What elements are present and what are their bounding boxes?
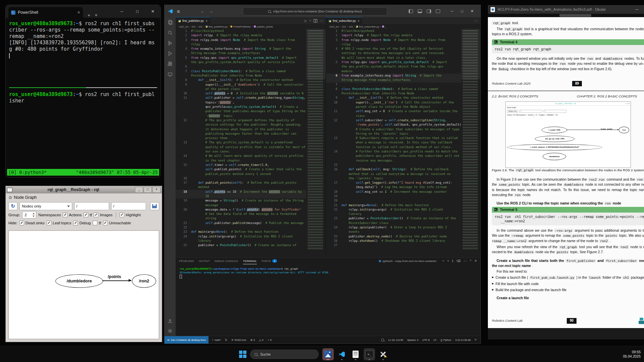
code-line[interactable]: 3from rclpy.node import Node # Import th… (176, 38, 306, 47)
minimap-slider[interactable] (306, 29, 326, 79)
menu-icon[interactable]: ≡ (177, 8, 180, 14)
code-line[interactable]: 7 (326, 83, 461, 87)
tab-first-subscriber[interactable]: first_subscriber.py ✕ (326, 17, 363, 25)
graph-node-ron2[interactable]: /ron2 (132, 274, 156, 288)
chevron-down-icon[interactable]: ˅ (310, 19, 311, 22)
new-tab-button[interactable]: + (88, 13, 90, 18)
more-actions-icon[interactable]: ⋯ (474, 19, 477, 22)
close-button[interactable]: ✕ (467, 9, 477, 13)
code-line[interactable]: 26rclpy.shutdown() # Shutdown the ROS 2 … (326, 239, 461, 243)
remote-explorer-icon[interactable] (168, 72, 173, 77)
tab-dropdown-icon[interactable]: ˅ (95, 13, 98, 18)
breadcrumb-item[interactable]: _ (385, 25, 386, 28)
code-line[interactable]: 13# The qos_profile_system_default is a … (176, 140, 306, 154)
checkbox-box[interactable]: ✓ (94, 213, 98, 217)
status-item-cast[interactable]: ⌁5 (268, 338, 272, 342)
panel-tab-terminal[interactable]: TERMINAL (243, 258, 257, 264)
status-item[interactable]: {}Python (441, 338, 451, 342)
breadcrumb-item[interactable]: first_publisher.py (209, 25, 227, 28)
minimize-button[interactable]: _ (135, 187, 143, 193)
status-item[interactable]: Spaces: 4 (407, 338, 418, 342)
code-editor-publisher[interactable]: 1#!/usr/bin/python32import rclpy # Impor… (176, 29, 306, 257)
status-item-warn[interactable]: △0 (259, 338, 263, 342)
taskbar-app-vscode[interactable] (336, 348, 348, 360)
filter-input-1[interactable]: / (74, 202, 109, 210)
taskbar-app-tools[interactable] (377, 348, 389, 360)
maximize-button[interactable]: □ (130, 5, 145, 18)
breadcrumb-item[interactable]: ch1 (342, 25, 346, 28)
checkbox-box[interactable]: ✓ (47, 221, 51, 225)
code-line[interactable]: 21self.publisher.publish(message) # Publ… (176, 221, 306, 225)
save-button[interactable] (150, 202, 159, 210)
breadcrumb[interactable]: ros2_src›ch1›ch1›first_publisher.py›Poin… (176, 24, 326, 29)
code-line[interactable]: 10self.points = 0 # Initialize the point… (176, 91, 306, 96)
minimize-button[interactable]: ─ (114, 5, 130, 18)
group-spinner[interactable]: 2 (22, 211, 36, 219)
code-line[interactable]: 3from rclpy.node import Node # Import th… (326, 38, 461, 47)
vscode-titlebar[interactable]: ≡ ← → rclpy-from-zero-to-hero-container … (165, 5, 480, 17)
rqt-titlebar[interactable]: rqt_graph__RosGraph - rqt _ □ × (6, 186, 162, 193)
breadcrumb-item[interactable]: ch1 (198, 25, 202, 28)
code-line[interactable]: 14# We will learn more about quality of … (176, 154, 306, 163)
code-line[interactable]: 6 (176, 64, 306, 69)
start-button[interactable] (239, 351, 246, 358)
code-line[interactable]: 6from example_interfaces.msg import Stri… (326, 74, 461, 83)
command-center-search[interactable]: rclpy-from-zero-to-hero-container [Dev C… (243, 7, 387, 15)
taskbar-app-terminal[interactable]: >_ (364, 348, 375, 360)
code-line[interactable]: 8def __init__(self): # Define the constr… (176, 78, 306, 82)
pdf-page[interactable]: rqt_graph tool. The rqt_graph tool is a … (488, 17, 644, 328)
code-line[interactable]: 24rclpy.init(args=args) # Initialize the… (176, 234, 306, 243)
status-item[interactable]: UTF-8 (422, 338, 429, 342)
code-editor-subscriber[interactable]: 1#!/usr/bin/python32import rclpy # Impor… (326, 29, 461, 257)
code-line[interactable]: 4from example_interfaces.msg import Stri… (176, 47, 306, 56)
panel-tab-output[interactable]: OUTPUT (199, 258, 210, 264)
code-line[interactable]: 23def main(args=None): # Define the main… (176, 230, 306, 234)
checkbox-tf[interactable]: tf (93, 221, 101, 225)
chevron-down-icon[interactable]: ˅ (447, 259, 449, 263)
powershell-terminal[interactable]: ros_user@480a389d9673:~$ ros2 run ch1 fi… (6, 18, 160, 178)
code-line[interactable]: 9def __init__(self): # Define the constr… (326, 96, 461, 100)
code-line[interactable]: 1#!/usr/bin/python3 (176, 29, 306, 33)
source-control-icon[interactable] (168, 41, 173, 46)
breadcrumb-item[interactable]: ch1 (349, 25, 353, 28)
terminal-session-label[interactable]: python3 - rclpy-from-zero-to-hero-contai… (379, 259, 477, 263)
okular-titlebar[interactable]: RCLPY-From-Zero-To-Hero_with_Animations-… (488, 5, 644, 14)
settings-gear-icon[interactable] (168, 328, 173, 333)
code-line[interactable]: 2import rclpy # Import the rclpy module (326, 33, 461, 38)
close-button[interactable]: × (152, 187, 160, 193)
code-line[interactable]: 18self.msg_cnt += 1 # Increment the mess… (326, 190, 461, 194)
code-line[interactable]: 9super().__init__('dumbledore') # Call t… (176, 83, 306, 92)
tab-close-icon[interactable]: ✕ (358, 19, 360, 22)
status-item[interactable]: Ln 18, Col 50 (388, 338, 403, 342)
tab-close-icon[interactable]: ✕ (77, 10, 80, 15)
panel-tab-debug-console[interactable]: DEBUG CONSOLE (215, 258, 238, 264)
checkbox-box[interactable] (93, 221, 97, 225)
run-python-icon[interactable]: ▷ (305, 19, 307, 22)
breadcrumb-item[interactable]: ch1 (191, 25, 195, 28)
checkbox-actions[interactable]: ✓Actions (63, 213, 82, 217)
status-item-sync[interactable]: ↻ (225, 338, 227, 342)
checkbox-leaf-topics[interactable]: ✓Leaf topics (47, 221, 72, 225)
code-line[interactable]: 15 (326, 163, 461, 167)
breadcrumb-item[interactable]: ros2_src (329, 25, 339, 28)
close-button[interactable]: ✕ (145, 5, 160, 18)
code-line[interactable]: 4# ROS 2 requires the use of the QoS (Qu… (326, 47, 461, 60)
explorer-icon[interactable] (168, 20, 173, 25)
status-item-close[interactable]: ✕ROS2.iron (231, 338, 246, 342)
code-line[interactable]: 23publisher = PointsSubscriber() # Creat… (326, 216, 461, 225)
minimap[interactable] (461, 29, 480, 257)
code-line[interactable]: 2import rclpy # Import the rclpy module (176, 33, 306, 38)
code-line[interactable]: 16 (176, 176, 306, 181)
breadcrumb-item[interactable]: publish_points (257, 25, 273, 28)
code-line[interactable]: 5from rclpy.qos import qos_profile_syste… (176, 56, 306, 65)
panel-tab-ports[interactable]: PORTS3 (262, 258, 277, 264)
code-line[interactable]: 14# Further the subscribers qos_profile … (326, 149, 461, 163)
minimap[interactable] (306, 29, 326, 257)
checkbox-unreachable[interactable]: ✓Unreachable (103, 221, 131, 225)
taskbar-clock[interactable]: 09:55 05.04.2025 (623, 346, 641, 362)
powershell-tab[interactable]: >_ PowerShell ✕ (8, 7, 83, 18)
code-line[interactable]: 22rclpy.init(args=args) # Initialize the… (326, 208, 461, 217)
checkbox-box[interactable]: ✓ (63, 213, 67, 217)
run-debug-icon[interactable] (168, 51, 173, 56)
code-line[interactable]: 18self.points += 10 # Increment the poin… (176, 190, 306, 199)
